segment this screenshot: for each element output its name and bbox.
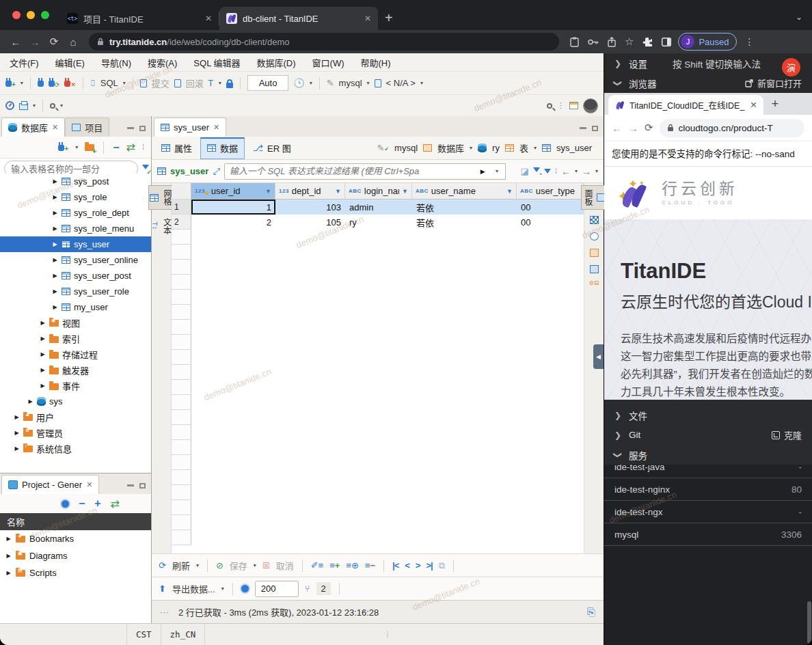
column-menu-icon[interactable]: ▼ [506,188,513,195]
dashboard-icon[interactable] [5,101,14,110]
service-row[interactable]: ide-test-ngx- [604,501,812,523]
new-connection-icon[interactable]: + [58,141,68,154]
filter-history-dropdown[interactable]: ▾ [489,163,506,180]
cell-user-type[interactable]: 00 [517,215,584,230]
tab-search-chevron-icon[interactable]: ⌄ [796,12,802,22]
close-tab-icon[interactable]: ✕ [52,123,58,132]
column-header-user-name[interactable]: ABCuser_name▼ [412,183,517,200]
subtab-data[interactable]: 数据 [200,137,245,159]
nav-forward-icon[interactable]: → [582,166,591,177]
tab-value-panel[interactable]: 面板 [581,185,607,210]
toolbar-overflow-icon[interactable]: ⋮ [557,104,565,107]
settings-gear-icon[interactable] [241,585,249,592]
reload-icon[interactable]: ⟳ [45,36,63,48]
view-menu-icon[interactable]: ⁞ [142,146,144,149]
erase-filter-icon[interactable]: ◪ [521,166,529,176]
metadata-icon[interactable] [590,249,599,257]
new-connection-icon[interactable]: + [5,78,16,89]
transaction-log-icon[interactable]: Ꭲ [208,79,214,87]
refresh-dropdown[interactable]: ▾ [196,562,199,568]
browser-tab-db-client[interactable]: db-client - TitanIDE ✕ [219,7,378,30]
tab-project-general[interactable]: Project - Gener ✕ [1,475,99,494]
search-icon[interactable] [50,103,55,109]
save-button[interactable]: 保存 [230,559,247,572]
schema-dropdown[interactable]: ▾ [420,80,423,86]
cell-user-id[interactable]: 1 [191,200,275,215]
fetch-size-icon[interactable]: ⑂ [305,584,310,593]
print-dropdown[interactable]: ▾ [33,102,36,109]
side-panel-icon[interactable] [662,38,671,46]
new-tab-button[interactable]: + [772,97,779,111]
project-item-bookmarks[interactable]: ▶★Bookmarks [0,530,151,547]
cell-login-name[interactable]: admin [345,200,412,215]
record-mode-icon[interactable] [590,232,599,241]
chrome-menu-icon[interactable]: ⋮ [745,36,755,47]
tab-databases[interactable]: 数据库 ✕ [1,118,65,137]
refresh-button[interactable]: 刷新 [172,559,190,572]
custom-filter-icon[interactable] [544,169,551,177]
cell-user-name[interactable]: 若依 [412,200,517,215]
panels-icon[interactable] [590,265,599,273]
tab-text-view[interactable]: 文本Ꭲ↕ [149,214,174,238]
sql-dropdown[interactable]: ▾ [123,80,126,86]
new-connection-dropdown[interactable]: ▾ [21,80,23,86]
cell-user-id[interactable]: 2 [191,215,275,230]
tree-item[interactable]: ▶存储过程 [0,346,151,362]
sql-editor-icon[interactable]: ⌷ [90,79,96,87]
sql-editor-button[interactable]: SQL [100,78,118,88]
delete-row-icon[interactable]: ≡− [365,561,375,570]
browser-tab-project[interactable]: <t> 项目 - TitanIDE ✕ [60,7,219,30]
tree-item[interactable]: ▶♟用户 [0,409,151,425]
active-datasource[interactable]: mysql [339,78,362,88]
settings-section-row[interactable]: ❯ 设置 按 Shift 键切换输入法 [604,53,812,73]
menu-help[interactable]: 帮助(H) [360,56,390,69]
commit-icon[interactable] [140,79,147,87]
add-row-icon[interactable]: ≡+ [329,561,340,570]
menu-window[interactable]: 窗口(W) [312,56,344,69]
tree-item[interactable]: ▶sys [0,394,151,409]
service-row[interactable]: mysql3306 [604,523,812,546]
apply-filter-icon[interactable]: ▶ [481,168,485,175]
gear-icon[interactable] [62,500,69,508]
git-section-row[interactable]: ❯ Git 克隆 [604,425,812,445]
minimize-view-icon[interactable] [580,127,586,129]
minimize-view-icon[interactable] [127,484,134,486]
project-item-diagrams[interactable]: ▶▣Diagrams [0,547,151,564]
tab-grid-view[interactable]: 网格 [148,185,174,210]
git-clone-button[interactable]: 克隆 [772,428,802,441]
save-filter-icon[interactable]: ▪ [533,165,540,178]
connection-dropdown[interactable]: ▾ [75,144,78,150]
cell-user-name[interactable]: 若依 [412,215,517,230]
scrollbar-thumb[interactable] [807,601,811,644]
close-tab-icon[interactable]: ✕ [213,123,219,132]
tree-item[interactable]: ▶sys_post [0,174,151,189]
quick-access-search-icon[interactable] [547,103,552,109]
zoom-window-button[interactable] [41,11,49,19]
service-row[interactable]: ide-test-nginx80 [604,478,812,501]
cell-login-name[interactable]: ry [345,215,412,230]
tree-item[interactable]: ▶sys_role_menu [0,221,151,236]
tree-item[interactable]: ▶sys_role_dept [0,205,151,221]
forward-icon[interactable]: → [628,122,638,134]
nav-back-dropdown[interactable]: ▾ [575,168,578,174]
reload-icon[interactable]: ⟳ [645,122,653,134]
files-section-row[interactable]: ❯ 文件 [604,405,812,425]
crumb-schema[interactable]: ry [492,143,500,153]
preview-tab[interactable]: TitanIDE_CloudIDE_在线IDE_ ✕ [608,95,763,115]
rollback-button[interactable]: 回滚 [186,77,204,90]
connect-icon[interactable] [38,78,44,89]
menu-sql-editor[interactable]: SQL 编辑器 [193,56,240,69]
menu-edit[interactable]: 编辑(E) [55,56,85,69]
print-icon[interactable] [19,103,28,110]
cancel-button[interactable]: 取消 [276,559,294,572]
fetch-size-input[interactable] [255,581,299,597]
edit-cell-icon[interactable]: ✐≡ [311,561,323,570]
prev-row-icon[interactable]: < [405,560,409,571]
tree-item[interactable]: ▶i系统信息 [0,441,151,456]
tree-item[interactable]: ▶sys_user_role [0,284,151,299]
home-icon[interactable]: ⌂ [64,36,82,48]
expand-all-icon[interactable]: + [94,497,100,510]
column-header-user-type[interactable]: ABCuser_type [517,183,584,200]
menu-file[interactable]: 文件(F) [10,56,39,69]
tree-item[interactable]: ▶my_user [0,299,151,315]
